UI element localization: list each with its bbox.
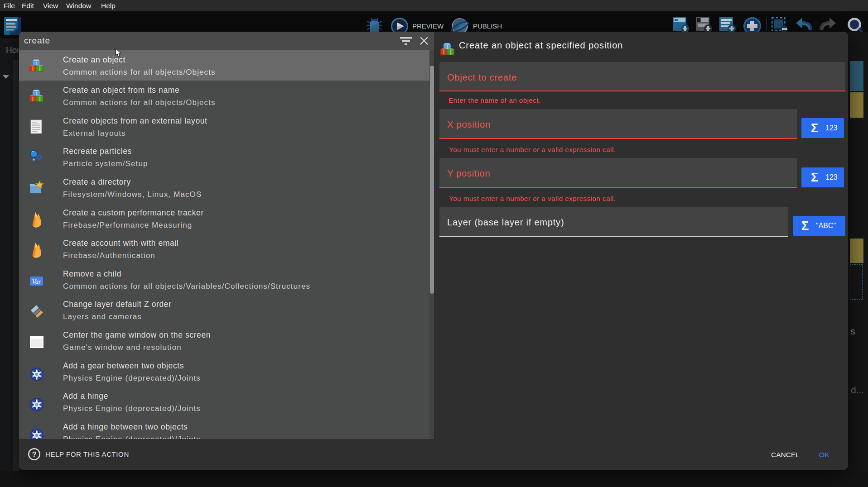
svg-text:Var: Var <box>32 277 41 285</box>
svg-text:?: ? <box>32 450 36 458</box>
